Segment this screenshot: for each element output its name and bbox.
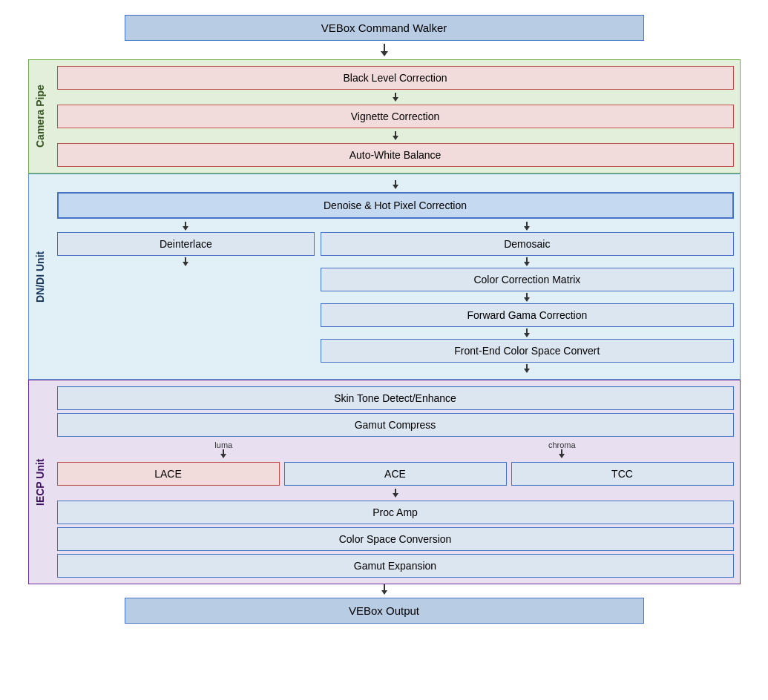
forward-gama-correction-block: Forward Gama Correction: [321, 303, 733, 327]
arrow-vc: [57, 131, 734, 140]
camera-pipe-label: Camera Pipe: [29, 60, 51, 173]
dndi-label: DN/DI Unit: [29, 174, 51, 379]
arrow-luma: [220, 449, 226, 458]
gamut-expansion-block: Gamut Expansion: [57, 554, 734, 578]
iecp-content: Skin Tone Detect/Enhance Gamut Compress …: [51, 380, 740, 584]
dndi-content: Denoise & Hot Pixel Correction Deinterla…: [51, 174, 740, 379]
arrow-to-output: [381, 584, 387, 595]
pipeline-diagram: VEBox Command Walker Camera Pipe Black L…: [28, 15, 741, 624]
arrow-to-deinterlace: [183, 222, 188, 231]
tcc-block: TCC: [511, 462, 734, 486]
vebox-command-walker-box: VEBox Command Walker: [125, 15, 644, 41]
arrow-ccm-fgc: [524, 293, 530, 302]
auto-white-balance-block: Auto-White Balance: [57, 143, 734, 167]
arrow-demosaic-ccm: [524, 257, 530, 266]
denoise-block: Denoise & Hot Pixel Correction: [57, 192, 734, 219]
luma-arrow-col: luma: [214, 440, 232, 458]
chroma-label: chroma: [548, 440, 576, 449]
iecp-section: IECP Unit Skin Tone Detect/Enhance Gamut…: [28, 380, 741, 584]
arrow-fgc-fecsc: [524, 328, 530, 337]
color-correction-matrix-block: Color Correction Matrix: [321, 268, 733, 291]
camera-pipe-content: Black Level Correction Vignette Correcti…: [51, 60, 740, 173]
camera-pipe-section: Camera Pipe Black Level Correction Vigne…: [28, 59, 741, 174]
gamut-compress-block: Gamut Compress: [57, 413, 734, 437]
iecp-label: IECP Unit: [29, 380, 51, 584]
arrow-chroma: [559, 449, 565, 458]
three-col-row: LACE ACE TCC: [57, 462, 734, 486]
arrow-from-fecsc: [524, 364, 530, 373]
arrow-from-deinterlace: [183, 257, 188, 266]
vignette-correction-block: Vignette Correction: [57, 105, 734, 128]
deinterlace-col: Deinterlace: [57, 222, 315, 266]
black-level-correction-block: Black Level Correction: [57, 66, 734, 90]
front-end-color-space-convert-block: Front-End Color Space Convert: [321, 339, 733, 363]
arrow-blc: [57, 93, 734, 102]
skin-tone-block: Skin Tone Detect/Enhance: [57, 386, 734, 410]
dndi-section: DN/DI Unit Denoise & Hot Pixel Correctio…: [28, 174, 741, 380]
chroma-arrow-col: chroma: [548, 440, 576, 458]
demosaic-block: Demosaic: [321, 232, 733, 256]
vebox-output-box: VEBox Output: [125, 598, 644, 624]
luma-label: luma: [214, 440, 232, 449]
arrow-to-proc-amp: [393, 489, 398, 498]
color-space-conversion-block: Color Space Conversion: [57, 527, 734, 551]
proc-amp-block: Proc Amp: [57, 501, 734, 524]
dndi-two-col: Deinterlace Demosaic Color Correction Ma…: [57, 222, 734, 373]
arrow-top: [381, 44, 388, 56]
ace-block: ACE: [284, 462, 507, 486]
demosaic-col: Demosaic Color Correction Matrix Forward…: [321, 222, 733, 373]
arrow-into-denoise: [57, 180, 734, 189]
deinterlace-block: Deinterlace: [57, 232, 315, 256]
arrow-to-demosaic: [524, 222, 530, 231]
luma-chroma-arrow-row: luma chroma: [57, 440, 734, 458]
lace-block: LACE: [57, 462, 280, 486]
